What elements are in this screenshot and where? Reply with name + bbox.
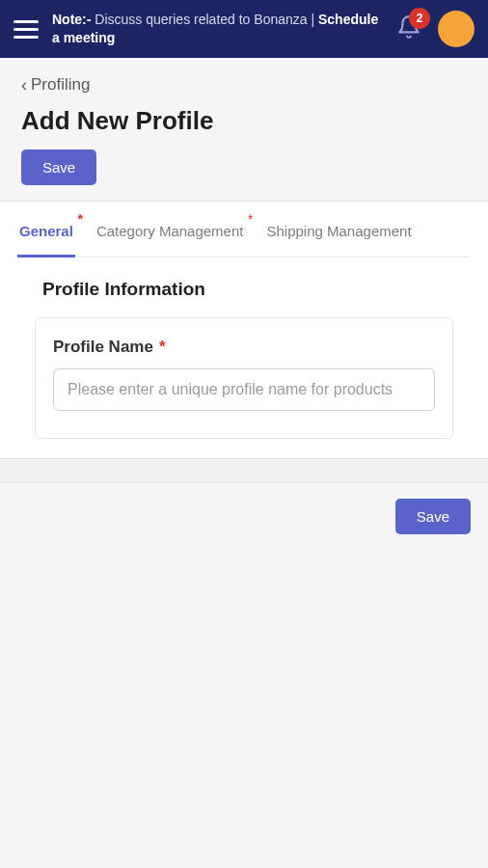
breadcrumb[interactable]: ‹ Profiling xyxy=(21,75,90,95)
save-button-bottom[interactable]: Save xyxy=(395,499,471,534)
tab-label: General xyxy=(19,223,73,239)
required-asterisk: * xyxy=(248,211,253,227)
avatar[interactable] xyxy=(438,11,474,47)
required-asterisk: * xyxy=(159,338,166,357)
profile-name-label: Profile Name * xyxy=(53,338,435,357)
page-title: Add New Profile xyxy=(21,106,467,136)
profile-info-card: Profile Name * xyxy=(35,317,453,439)
tab-label: Shipping Management xyxy=(266,223,411,239)
section-title: Profile Information xyxy=(19,258,469,310)
profile-name-input[interactable] xyxy=(53,368,435,411)
breadcrumb-label: Profiling xyxy=(31,75,90,95)
section-divider xyxy=(0,458,488,483)
footer-area: Save xyxy=(0,483,488,868)
tab-shipping-management[interactable]: Shipping Management xyxy=(266,202,411,257)
note-text: Discuss queries related to Bonanza | xyxy=(95,12,318,27)
page-top: ‹ Profiling Add New Profile Save xyxy=(0,58,488,201)
app-header: Note:- Discuss queries related to Bonanz… xyxy=(0,0,488,58)
save-button[interactable]: Save xyxy=(21,149,96,185)
note-prefix: Note:- xyxy=(52,12,91,27)
tab-label: Category Management xyxy=(96,223,244,239)
tab-category-management[interactable]: Category Management * xyxy=(96,202,244,257)
notification-button[interactable]: 2 xyxy=(393,14,424,44)
tabs-section: General * Category Management * Shipping… xyxy=(0,201,488,458)
notification-badge: 2 xyxy=(409,8,430,29)
header-note: Note:- Discuss queries related to Bonanz… xyxy=(52,11,380,47)
menu-icon[interactable] xyxy=(14,16,39,41)
tabs: General * Category Management * Shipping… xyxy=(19,202,469,258)
chevron-left-icon: ‹ xyxy=(21,76,27,94)
required-asterisk: * xyxy=(77,211,82,227)
tab-general[interactable]: General * xyxy=(19,202,73,257)
